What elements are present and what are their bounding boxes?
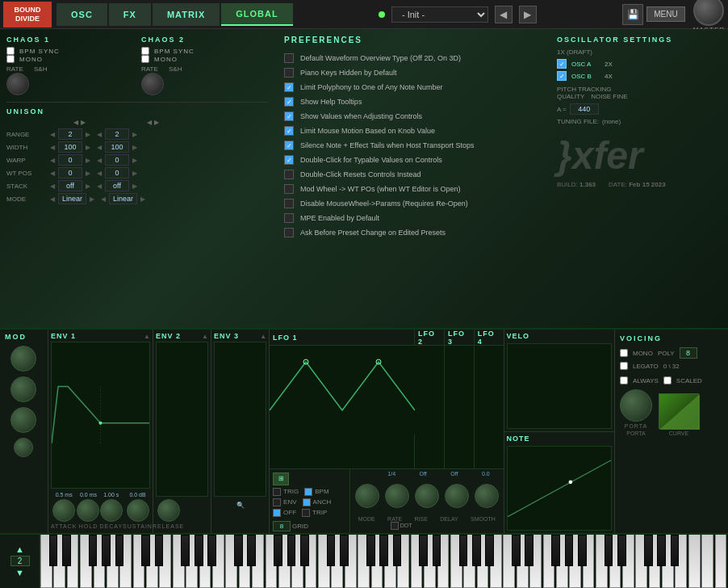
always-checkbox[interactable] — [620, 376, 628, 384]
black-key[interactable] — [617, 535, 626, 567]
black-key[interactable] — [419, 535, 428, 567]
unison-arrow-right-1-0[interactable]: ▶ — [86, 131, 90, 138]
white-key[interactable] — [715, 535, 727, 588]
pref-checkbox-10[interactable] — [284, 199, 294, 208]
black-key[interactable] — [300, 535, 309, 567]
black-key[interactable] — [657, 535, 666, 567]
nav-prev-button[interactable]: ◀ — [495, 6, 513, 23]
black-key[interactable] — [551, 535, 560, 567]
lfo-rate-knob[interactable] — [385, 484, 409, 508]
hold-knob[interactable] — [77, 499, 99, 522]
legato-checkbox[interactable] — [620, 362, 628, 370]
black-key[interactable] — [644, 535, 653, 567]
octave-up[interactable]: ▲ — [15, 544, 24, 554]
black-key[interactable] — [379, 535, 388, 567]
black-key[interactable] — [195, 535, 203, 567]
black-key[interactable] — [565, 535, 574, 567]
chaos2-knob[interactable] — [141, 73, 164, 95]
poly-value-input[interactable] — [680, 347, 697, 359]
unison-arrow-right-1-3[interactable]: ▶ — [86, 170, 90, 177]
mod-knob-1[interactable] — [10, 346, 36, 372]
pref-checkbox-11[interactable] — [284, 213, 294, 223]
unison-arrow-left-1-5[interactable]: ◀ — [50, 195, 55, 203]
mod-knob-2[interactable] — [10, 376, 36, 402]
bpm-cb[interactable] — [304, 488, 312, 496]
black-key[interactable] — [62, 535, 71, 567]
black-key[interactable] — [181, 535, 190, 567]
lfo-mode-knob[interactable] — [355, 484, 379, 508]
black-key[interactable] — [155, 535, 164, 567]
black-key[interactable] — [433, 535, 441, 567]
pref-checkbox-8[interactable] — [284, 170, 294, 179]
black-key[interactable] — [485, 535, 494, 567]
pref-checkbox-5[interactable] — [284, 126, 294, 136]
octave-down[interactable]: ▼ — [15, 568, 24, 578]
black-key[interactable] — [366, 535, 375, 567]
pref-checkbox-4[interactable] — [284, 111, 294, 121]
env3-scroll-icon[interactable]: 🔍 — [236, 502, 245, 509]
black-key[interactable] — [512, 535, 521, 567]
black-key[interactable] — [274, 535, 282, 567]
tab-osc[interactable]: OSC — [56, 3, 107, 26]
preset-select[interactable]: - Init - — [391, 6, 488, 23]
black-key[interactable] — [472, 535, 481, 567]
tab-matrix[interactable]: MATRIX — [153, 3, 220, 26]
black-key[interactable] — [327, 535, 336, 567]
chaos2-bpm-checkbox[interactable] — [141, 47, 149, 55]
black-key[interactable] — [247, 535, 256, 567]
tab-global[interactable]: GLOBAL — [221, 3, 292, 26]
black-key[interactable] — [287, 535, 296, 567]
lfo-smooth-knob[interactable] — [475, 484, 499, 508]
unison-arrow-right-2-5[interactable]: ▶ — [140, 195, 145, 203]
black-key[interactable] — [671, 535, 680, 567]
save-button[interactable]: 💾 — [622, 4, 643, 25]
chaos1-bpm-checkbox[interactable] — [6, 47, 15, 55]
black-key[interactable] — [115, 535, 124, 567]
black-key[interactable] — [234, 535, 243, 567]
unison-arrow-right-2-2[interactable]: ▶ — [132, 157, 137, 164]
osc-a-checkbox[interactable]: ✓ — [557, 59, 567, 69]
osc-b-checkbox[interactable]: ✓ — [557, 71, 567, 81]
lfo-delay-knob[interactable] — [445, 484, 469, 508]
trig-checkbox[interactable] — [273, 488, 281, 496]
black-key[interactable] — [525, 535, 533, 567]
black-key[interactable] — [578, 535, 587, 567]
mod-knob-4[interactable] — [14, 438, 33, 457]
sustain-knob[interactable] — [127, 499, 149, 522]
mono-checkbox[interactable] — [620, 349, 628, 357]
unison-arrow-right-2-0[interactable]: ▶ — [132, 131, 137, 138]
pref-checkbox-9[interactable] — [284, 184, 294, 194]
unison-arrow-left-1-4[interactable]: ◀ — [50, 183, 55, 190]
porta-knob[interactable] — [620, 389, 652, 422]
attack-knob[interactable] — [52, 499, 75, 522]
black-key[interactable] — [141, 535, 150, 567]
unison-arrow-right-1-2[interactable]: ▶ — [86, 157, 90, 164]
menu-button[interactable]: MENU — [646, 6, 684, 22]
unison-arrow-right-2-1[interactable]: ▶ — [132, 144, 137, 151]
unison-arrow-left-1-1[interactable]: ◀ — [50, 144, 55, 151]
decay-knob[interactable] — [100, 499, 123, 522]
white-key[interactable] — [688, 535, 701, 588]
pref-checkbox-3[interactable] — [284, 97, 294, 107]
black-key[interactable] — [49, 535, 58, 567]
white-key[interactable] — [701, 535, 713, 588]
unison-arrow-right-2-4[interactable]: ▶ — [132, 183, 137, 190]
black-key[interactable] — [89, 535, 98, 567]
black-key[interactable] — [207, 535, 216, 567]
unison-arrow-right-1-1[interactable]: ▶ — [86, 144, 90, 151]
env-checkbox[interactable] — [273, 498, 281, 506]
tab-fx[interactable]: FX — [109, 3, 151, 26]
pref-checkbox-2[interactable] — [284, 82, 294, 92]
unison-arrow-right-2-3[interactable]: ▶ — [132, 170, 137, 177]
unison-arrow-right-1-5[interactable]: ▶ — [90, 195, 94, 203]
black-key[interactable] — [340, 535, 349, 567]
pref-checkbox-1[interactable] — [284, 68, 294, 78]
env1-scroll[interactable]: ▲ — [144, 333, 150, 340]
black-key[interactable] — [459, 535, 468, 567]
black-key[interactable] — [393, 535, 402, 567]
black-key[interactable] — [102, 535, 111, 567]
tuning-value-input[interactable] — [570, 103, 599, 115]
pref-checkbox-0[interactable] — [284, 53, 294, 63]
trip-cb[interactable] — [302, 509, 310, 517]
octave-input[interactable] — [10, 556, 30, 566]
